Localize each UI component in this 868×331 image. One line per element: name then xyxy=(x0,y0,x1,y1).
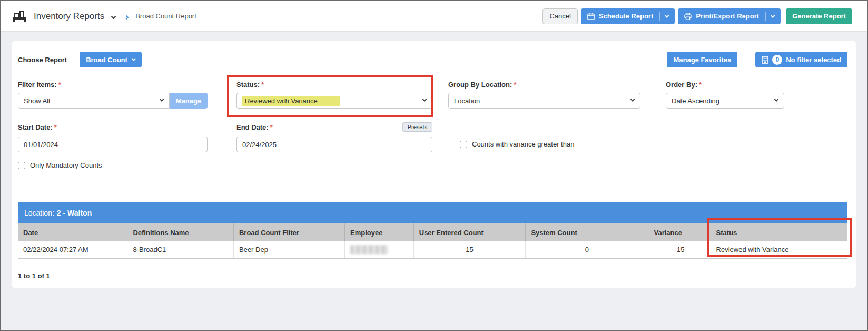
title-dropdown-chevron-icon[interactable] xyxy=(112,12,115,21)
order-by-value: Date Ascending xyxy=(672,97,719,105)
schedule-dropdown-chevron-icon[interactable] xyxy=(665,13,669,17)
cell-broad-count-filter: Beer Dep xyxy=(233,241,344,258)
required-asterisk: * xyxy=(261,81,264,89)
schedule-report-button[interactable]: Schedule Report xyxy=(581,8,675,24)
report-type-dropdown[interactable]: Broad Count xyxy=(80,52,142,67)
cancel-button[interactable]: Cancel xyxy=(542,8,577,24)
chevron-down-icon xyxy=(774,97,778,101)
start-date-label: Start Date:* xyxy=(18,123,57,131)
filter-items-select[interactable]: Show All xyxy=(18,93,170,109)
manage-favorites-button[interactable]: Manage Favorites xyxy=(667,52,737,67)
group-by-location-field: Group By Location:* Location xyxy=(448,81,640,109)
col-header-definitions-name: Definitions Name xyxy=(127,223,234,241)
variance-greater-checkbox[interactable] xyxy=(460,141,467,148)
end-date-label: End Date:* xyxy=(236,123,273,131)
filter-items-label: Filter Items:* xyxy=(18,81,208,89)
col-header-employee: Employee xyxy=(345,223,414,241)
col-header-system-count: System Count xyxy=(526,223,648,241)
filter-items-field: Filter Items:* Show All Manage xyxy=(18,81,208,109)
order-by-field: Order By:* Date Ascending xyxy=(666,81,784,109)
chevron-down-icon xyxy=(160,97,164,101)
employee-redacted-blur xyxy=(350,245,388,254)
cell-employee xyxy=(345,241,414,258)
group-by-location-value: Location xyxy=(454,97,480,105)
top-header-bar: Inventory Reports Broad Count Report Can… xyxy=(1,1,867,32)
button-divider xyxy=(659,12,660,21)
cell-system-count: 0 xyxy=(526,241,648,258)
filter-items-value: Show All xyxy=(24,97,50,105)
group-by-location-select[interactable]: Location xyxy=(448,93,640,109)
order-by-select[interactable]: Date Ascending xyxy=(666,93,784,109)
col-header-broad-count-filter: Broad Count Filter xyxy=(233,223,344,241)
printer-icon xyxy=(684,13,692,20)
date-row: Start Date:* End Date:* Presets xyxy=(18,122,847,152)
table-row: 02/22/2024 07:27 AM 8-BroadC1 Beer Dep 1… xyxy=(18,241,847,258)
start-date-field: Start Date:* xyxy=(18,122,208,152)
header-actions: Cancel Schedule Report xyxy=(542,8,852,24)
end-date-input[interactable] xyxy=(236,137,432,152)
no-filter-label: No filter selected xyxy=(786,56,841,64)
required-asterisk: * xyxy=(54,123,57,131)
order-by-label: Order By:* xyxy=(666,81,784,89)
cell-date: 02/22/2024 07:27 AM xyxy=(18,241,127,258)
report-type-value: Broad Count xyxy=(86,56,127,64)
calendar-icon xyxy=(587,13,595,20)
presets-button[interactable]: Presets xyxy=(402,122,432,132)
group-by-location-label: Group By Location:* xyxy=(448,81,640,89)
chevron-down-icon xyxy=(630,97,635,101)
variance-greater-label: Counts with variance greater than xyxy=(472,140,574,148)
table-header-row: Date Definitions Name Broad Count Filter… xyxy=(18,223,847,241)
report-table: Date Definitions Name Broad Count Filter… xyxy=(18,223,847,259)
cell-definitions-name: 8-BroadC1 xyxy=(127,241,234,258)
col-header-date: Date xyxy=(18,223,127,241)
status-value-highlighted: Reviewed with Variance xyxy=(242,96,340,106)
manage-button[interactable]: Manage xyxy=(170,93,208,109)
report-panel: Choose Report Broad Count Manage Favorit… xyxy=(12,41,856,288)
building-icon xyxy=(762,56,768,64)
col-header-user-entered-count: User Entered Count xyxy=(413,223,526,241)
mandatory-counts-checkbox-row: Only Mandatory Counts xyxy=(18,161,847,169)
status-field: Status:* Reviewed with Variance xyxy=(236,81,432,109)
main-content: Choose Report Broad Count Manage Favorit… xyxy=(1,32,867,288)
variance-greater-checkbox-row: Counts with variance greater than xyxy=(460,140,574,148)
required-asterisk: * xyxy=(58,81,61,89)
filter-count-badge: 0 xyxy=(772,55,782,65)
breadcrumb-chevron-icon xyxy=(125,12,128,21)
page-title[interactable]: Inventory Reports xyxy=(34,11,104,22)
report-type-chevron-icon xyxy=(132,56,136,61)
mandatory-counts-checkbox[interactable] xyxy=(18,162,25,169)
pagination-summary: 1 to 1 of 1 xyxy=(18,272,847,280)
mandatory-counts-label: Only Mandatory Counts xyxy=(30,161,102,169)
print-dropdown-chevron-icon[interactable] xyxy=(771,13,775,17)
required-asterisk: * xyxy=(270,123,273,131)
button-divider xyxy=(765,12,766,21)
start-date-input[interactable] xyxy=(18,137,208,152)
status-label: Status:* xyxy=(236,81,432,89)
app-window: Inventory Reports Broad Count Report Can… xyxy=(0,0,868,331)
filter-row: Filter Items:* Show All Manage Status:* xyxy=(18,81,847,109)
schedule-report-label: Schedule Report xyxy=(599,12,653,20)
inventory-shelf-icon xyxy=(13,11,26,22)
end-date-field: End Date:* Presets xyxy=(236,122,432,152)
print-export-report-button[interactable]: Print/Export Report xyxy=(678,8,781,24)
generate-report-button[interactable]: Generate Report xyxy=(786,8,852,24)
location-label: Location: xyxy=(24,209,54,217)
breadcrumb: Broad Count Report xyxy=(135,12,196,20)
location-group-header: Location: 2 - Walton xyxy=(18,202,847,223)
chevron-down-icon xyxy=(422,97,427,101)
cell-user-entered-count: 15 xyxy=(413,241,526,258)
cell-variance: -15 xyxy=(648,241,711,258)
print-export-label: Print/Export Report xyxy=(696,12,759,20)
cell-status: Reviewed with Variance xyxy=(711,241,847,258)
choose-report-row: Choose Report Broad Count Manage Favorit… xyxy=(18,52,847,67)
favorites-actions: Manage Favorites 0 xyxy=(654,52,847,67)
status-select[interactable]: Reviewed with Variance xyxy=(236,93,432,109)
col-header-variance: Variance xyxy=(648,223,711,241)
choose-report-label: Choose Report xyxy=(18,56,67,64)
required-asterisk: * xyxy=(514,81,516,89)
col-header-status: Status xyxy=(711,223,847,241)
location-value: 2 - Walton xyxy=(57,209,92,217)
filter-selected-button[interactable]: 0 No filter selected xyxy=(755,52,847,67)
required-asterisk: * xyxy=(699,81,702,89)
report-table-section: Location: 2 - Walton Date Definitions Na… xyxy=(18,202,847,280)
